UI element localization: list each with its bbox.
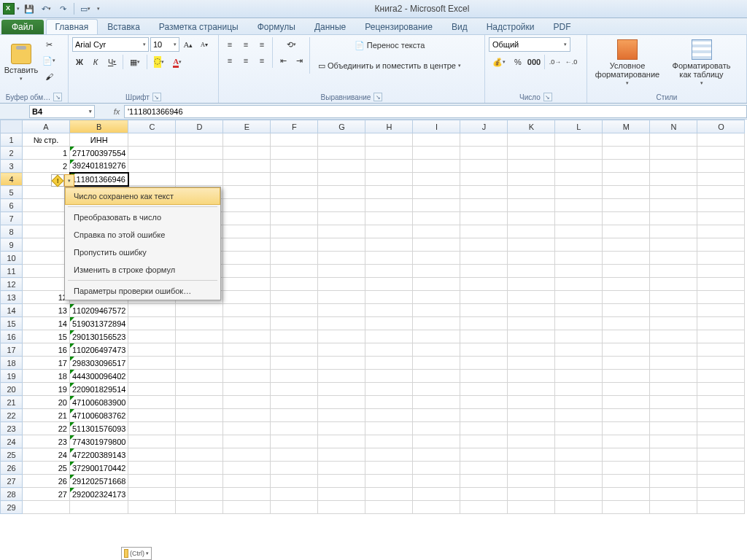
cell-L3[interactable] bbox=[555, 160, 603, 173]
cell-K10[interactable] bbox=[508, 252, 555, 265]
file-tab[interactable]: Файл bbox=[1, 20, 44, 34]
cell-H25[interactable] bbox=[365, 448, 413, 462]
cell-I7[interactable] bbox=[413, 212, 460, 225]
cell-L22[interactable] bbox=[555, 409, 603, 422]
col-header-G[interactable]: G bbox=[318, 120, 365, 133]
cell-G18[interactable] bbox=[318, 357, 365, 370]
cell-K27[interactable] bbox=[508, 475, 555, 488]
paste-button[interactable]: Вставить ▾ bbox=[4, 37, 39, 88]
cell-N20[interactable] bbox=[650, 383, 697, 396]
cell-D21[interactable] bbox=[176, 396, 223, 409]
cell-N25[interactable] bbox=[650, 448, 697, 462]
cell-K12[interactable] bbox=[508, 278, 555, 291]
cell-N2[interactable] bbox=[650, 147, 697, 160]
wrap-text-button[interactable]: 📄 Перенос текста bbox=[314, 37, 465, 53]
cell-I13[interactable] bbox=[413, 291, 460, 304]
cell-B16[interactable]: 290130156523 bbox=[70, 330, 128, 343]
cell-E17[interactable] bbox=[223, 343, 271, 357]
cell-N11[interactable] bbox=[650, 265, 697, 278]
cell-L26[interactable] bbox=[555, 462, 603, 475]
cell-B2[interactable]: 271700397554 bbox=[70, 147, 128, 160]
cell-J25[interactable] bbox=[460, 448, 508, 462]
cell-B28[interactable]: 292002324173 bbox=[70, 488, 128, 501]
format-as-table-button[interactable]: Форматировать как таблицу▾ bbox=[667, 37, 736, 88]
cell-O20[interactable] bbox=[697, 383, 745, 396]
cell-H6[interactable] bbox=[365, 199, 413, 212]
cell-J17[interactable] bbox=[460, 343, 508, 357]
cell-F2[interactable] bbox=[271, 147, 318, 160]
cell-H29[interactable] bbox=[365, 501, 413, 514]
row-header-4[interactable]: 4 bbox=[1, 173, 23, 186]
cell-D14[interactable] bbox=[176, 304, 223, 317]
cell-D24[interactable] bbox=[176, 435, 223, 448]
cell-I1[interactable] bbox=[413, 133, 460, 147]
cell-F26[interactable] bbox=[271, 462, 318, 475]
cell-N9[interactable] bbox=[650, 238, 697, 252]
cell-M12[interactable] bbox=[603, 278, 650, 291]
cell-E21[interactable] bbox=[223, 396, 271, 409]
cell-M7[interactable] bbox=[603, 212, 650, 225]
cell-A18[interactable]: 17 bbox=[23, 357, 70, 370]
cell-J26[interactable] bbox=[460, 462, 508, 475]
cell-A29[interactable] bbox=[23, 501, 70, 514]
cell-A16[interactable]: 15 bbox=[23, 330, 70, 343]
tab-formulas[interactable]: Формулы bbox=[248, 19, 305, 34]
cell-C1[interactable] bbox=[128, 133, 176, 147]
cell-A2[interactable]: 1 bbox=[23, 147, 70, 160]
col-header-H[interactable]: H bbox=[365, 120, 413, 133]
row-header-7[interactable]: 7 bbox=[1, 212, 23, 225]
cell-M8[interactable] bbox=[603, 225, 650, 238]
cell-O2[interactable] bbox=[697, 147, 745, 160]
cell-F11[interactable] bbox=[271, 265, 318, 278]
col-header-N[interactable]: N bbox=[650, 120, 697, 133]
cell-H18[interactable] bbox=[365, 357, 413, 370]
cell-O16[interactable] bbox=[697, 330, 745, 343]
select-all-corner[interactable] bbox=[1, 120, 23, 133]
cell-L21[interactable] bbox=[555, 396, 603, 409]
cell-C15[interactable] bbox=[128, 317, 176, 330]
cell-B25[interactable]: 472200389143 bbox=[70, 448, 128, 462]
underline-button[interactable]: Ч▾ bbox=[104, 55, 120, 69]
cell-E8[interactable] bbox=[223, 225, 271, 238]
cell-F5[interactable] bbox=[271, 186, 318, 199]
paste-options-button[interactable]: (Ctrl) ▾ bbox=[121, 547, 152, 560]
cell-C17[interactable] bbox=[128, 343, 176, 357]
align-center-button[interactable]: ≡ bbox=[239, 53, 253, 68]
cell-M3[interactable] bbox=[603, 160, 650, 173]
cell-E6[interactable] bbox=[223, 199, 271, 212]
cell-E14[interactable] bbox=[223, 304, 271, 317]
cell-L28[interactable] bbox=[555, 488, 603, 501]
cell-I11[interactable] bbox=[413, 265, 460, 278]
cell-L9[interactable] bbox=[555, 238, 603, 252]
cell-J10[interactable] bbox=[460, 252, 508, 265]
cell-O5[interactable] bbox=[697, 186, 745, 199]
cell-B18[interactable]: 298303096517 bbox=[70, 357, 128, 370]
row-header-6[interactable]: 6 bbox=[1, 199, 23, 212]
col-header-J[interactable]: J bbox=[460, 120, 508, 133]
cell-O7[interactable] bbox=[697, 212, 745, 225]
cell-J27[interactable] bbox=[460, 475, 508, 488]
cell-O21[interactable] bbox=[697, 396, 745, 409]
cell-K25[interactable] bbox=[508, 448, 555, 462]
cell-F25[interactable] bbox=[271, 448, 318, 462]
cut-button[interactable]: ✂ bbox=[42, 37, 56, 52]
cell-I15[interactable] bbox=[413, 317, 460, 330]
cell-B1[interactable]: ИНН bbox=[70, 133, 128, 147]
cell-C21[interactable] bbox=[128, 396, 176, 409]
cell-D26[interactable] bbox=[176, 462, 223, 475]
cell-G7[interactable] bbox=[318, 212, 365, 225]
cell-A17[interactable]: 16 bbox=[23, 343, 70, 357]
cell-G15[interactable] bbox=[318, 317, 365, 330]
cell-F22[interactable] bbox=[271, 409, 318, 422]
error-menu-title[interactable]: Число сохранено как текст bbox=[65, 187, 220, 205]
cell-O15[interactable] bbox=[697, 317, 745, 330]
cell-K4[interactable] bbox=[508, 173, 555, 186]
cell-O26[interactable] bbox=[697, 462, 745, 475]
row-header-25[interactable]: 25 bbox=[1, 448, 23, 462]
font-launcher[interactable]: ↘ bbox=[152, 93, 161, 101]
cell-B27[interactable]: 291202571668 bbox=[70, 475, 128, 488]
align-middle-button[interactable]: ≡ bbox=[239, 37, 253, 52]
cell-A22[interactable]: 21 bbox=[23, 409, 70, 422]
cell-J16[interactable] bbox=[460, 330, 508, 343]
cell-B29[interactable] bbox=[70, 501, 128, 514]
